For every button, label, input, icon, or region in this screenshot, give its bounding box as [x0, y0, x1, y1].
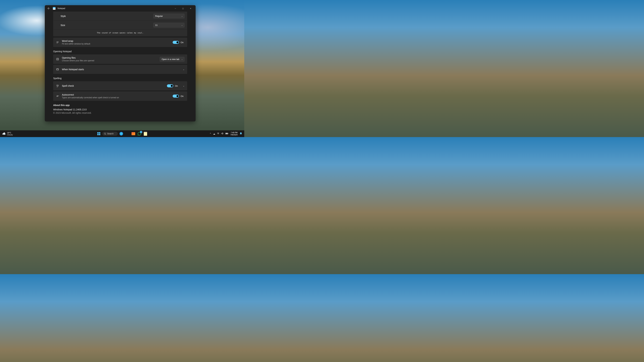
- word-wrap-toggle[interactable]: [172, 41, 179, 44]
- taskbar-search[interactable]: Search: [102, 132, 118, 136]
- clock-time: 7:49 PM: [230, 131, 238, 134]
- word-wrap-desc: Fit text within window by default: [62, 43, 172, 45]
- notepad-settings-window: Notepad ─ ▢ ✕ Style Regular ⌄ Size 11: [45, 5, 196, 121]
- battery-icon[interactable]: [225, 132, 228, 135]
- section-about: About this app: [53, 104, 187, 106]
- taskbar-clock[interactable]: 7:49 PM 7/8/2024: [230, 131, 238, 136]
- word-wrap-row: Word wrap Fit text within window by defa…: [53, 38, 187, 47]
- when-starts-title: When Notepad starts: [62, 68, 181, 71]
- open-external-icon: [56, 57, 59, 61]
- font-style-dropdown[interactable]: Regular ⌄: [153, 14, 184, 19]
- font-style-label: Style: [60, 15, 66, 18]
- taskbar-files[interactable]: [131, 131, 136, 136]
- autocorrect-desc: Typos are automatically corrected when s…: [62, 96, 172, 99]
- font-style-row: Style Regular ⌄: [53, 12, 187, 21]
- chevron-down-icon: ⌄: [183, 85, 184, 87]
- search-icon: [104, 133, 106, 135]
- minimize-button[interactable]: ─: [172, 6, 179, 11]
- search-placeholder: Search: [107, 132, 114, 135]
- wifi-icon[interactable]: [217, 132, 220, 135]
- word-wrap-title: Word wrap: [62, 40, 172, 42]
- chevron-down-icon: ⌄: [183, 68, 184, 71]
- svg-point-3: [104, 133, 106, 134]
- taskbar-whatsapp[interactable]: 4: [137, 131, 142, 136]
- font-size-row: Size 11 ⌄: [53, 21, 187, 30]
- taskbar-edge[interactable]: [119, 131, 124, 136]
- whatsapp-badge: 4: [140, 131, 142, 133]
- opening-files-dropdown[interactable]: Open in a new tab ⌄: [160, 57, 184, 62]
- notifications-icon[interactable]: [240, 132, 242, 135]
- volume-icon[interactable]: [221, 132, 224, 135]
- autocorrect-icon: [56, 94, 59, 98]
- font-size-dropdown[interactable]: 11 ⌄: [153, 23, 184, 28]
- word-wrap-state: On: [181, 41, 184, 44]
- about-version: Windows Notepad 11.2405.13.0: [53, 108, 187, 111]
- section-spelling: Spelling: [53, 77, 187, 80]
- opening-files-title: Opening files: [62, 56, 160, 59]
- when-notepad-starts-row[interactable]: When Notepad starts ⌄: [53, 65, 187, 74]
- taskbar: ☁️ 18°C Cloudy Search 4 ⌃ ☁: [0, 130, 244, 137]
- opening-files-value: Open in a new tab: [162, 58, 179, 61]
- section-opening-notepad: Opening Notepad: [53, 50, 187, 53]
- weather-widget[interactable]: ☁️ 18°C Cloudy: [2, 132, 13, 136]
- spellcheck-icon: ABC: [56, 84, 59, 88]
- opening-files-row: Opening files Choose where your files ar…: [53, 54, 187, 64]
- onedrive-icon[interactable]: ☁: [213, 132, 215, 135]
- autocorrect-state: On: [181, 95, 184, 97]
- autocorrect-row: Autocorrect Typos are automatically corr…: [53, 91, 187, 101]
- spell-check-row[interactable]: ABC Spell check On ⌄: [53, 81, 187, 90]
- chevron-down-icon: ⌄: [181, 24, 183, 26]
- notepad-icon: [53, 7, 56, 10]
- svg-rect-6: [226, 133, 228, 134]
- taskbar-notepad[interactable]: [143, 131, 148, 136]
- font-style-value: Regular: [155, 15, 163, 17]
- close-button[interactable]: ✕: [187, 6, 194, 11]
- font-size-value: 11: [155, 24, 158, 26]
- font-preview-text: The sound of ocean waves calms my soul.: [53, 30, 187, 36]
- tray-expand-icon[interactable]: ⌃: [210, 132, 211, 135]
- about-copyright: © 2023 Microsoft. All rights reserved.: [53, 112, 187, 114]
- titlebar[interactable]: Notepad ─ ▢ ✕: [45, 5, 196, 12]
- chevron-down-icon: ⌄: [181, 58, 183, 60]
- autocorrect-toggle[interactable]: [172, 95, 179, 98]
- svg-rect-5: [228, 133, 228, 134]
- maximize-button[interactable]: ▢: [179, 6, 187, 11]
- chevron-down-icon: ⌄: [181, 15, 183, 17]
- back-button[interactable]: [46, 6, 52, 11]
- weather-condition: Cloudy: [7, 134, 13, 136]
- weather-temp: 18°C: [7, 132, 13, 134]
- opening-files-desc: Choose where your files are opened: [62, 60, 160, 62]
- spell-check-state: On: [175, 85, 178, 87]
- word-wrap-icon: [56, 41, 59, 44]
- start-button[interactable]: [96, 131, 101, 136]
- window-icon: [56, 68, 59, 71]
- window-title: Notepad: [58, 7, 65, 10]
- settings-content: Style Regular ⌄ Size 11 ⌄ The sound of o…: [45, 12, 196, 121]
- autocorrect-title: Autocorrect: [62, 93, 172, 96]
- arrow-left-icon: [48, 7, 50, 10]
- spell-check-title: Spell check: [62, 85, 167, 87]
- taskbar-slack[interactable]: [125, 131, 130, 136]
- clock-date: 7/8/2024: [230, 134, 238, 136]
- cloud-icon: ☁️: [2, 132, 6, 135]
- svg-rect-1: [56, 69, 58, 70]
- font-size-label: Size: [60, 24, 65, 27]
- svg-text:ABC: ABC: [56, 85, 59, 86]
- spell-check-toggle[interactable]: [167, 84, 173, 87]
